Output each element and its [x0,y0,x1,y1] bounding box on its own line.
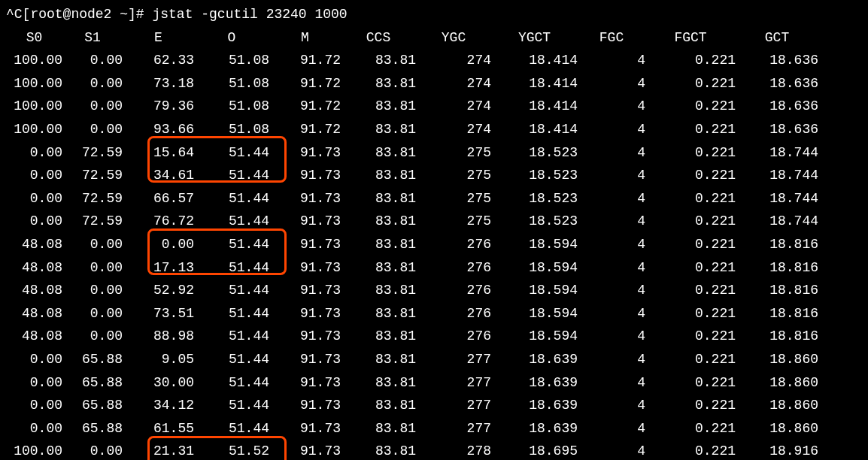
table-cell: 18.636 [736,72,818,95]
table-cell: 18.414 [491,49,578,72]
table-cell: 52.92 [123,279,194,302]
table-cell: 83.81 [341,348,416,371]
table-cell: 48.08 [6,302,62,325]
table-cell: 277 [416,348,491,371]
table-cell: 34.12 [123,394,194,417]
table-cell: 83.81 [341,141,416,165]
table-cell: 18.816 [736,279,818,302]
table-cell: 18.636 [736,118,818,141]
table-cell: 4 [578,72,645,95]
table-cell: 18.594 [491,256,578,280]
table-cell: 21.31 [123,440,194,460]
table-cell: 4 [578,348,645,371]
table-cell: 275 [416,210,491,233]
table-cell: 18.639 [491,348,578,371]
table-cell: 0.00 [6,164,62,187]
table-cell: 18.414 [491,95,578,118]
table-cell: 17.13 [123,256,194,280]
header-fgc: FGC [578,26,645,50]
table-cell: 91.73 [269,302,341,325]
table-cell: 0.00 [62,49,123,72]
table-cell: 275 [416,164,491,187]
table-cell: 0.00 [62,440,123,460]
table-cell: 0.00 [62,72,123,95]
table-cell: 0.00 [62,325,123,348]
table-row: 48.080.0088.9851.4491.7383.8127618.59440… [6,325,862,348]
table-row: 0.0065.8834.1251.4491.7383.8127718.63940… [6,394,862,417]
table-cell: 18.695 [491,440,578,460]
table-cell: 276 [416,256,491,280]
table-cell: 91.72 [269,118,341,141]
table-cell: 91.72 [269,95,341,118]
table-cell: 18.523 [491,164,578,187]
table-row: 0.0072.5934.6151.4491.7383.8127518.52340… [6,164,862,187]
table-row: 100.000.0062.3351.0891.7283.8127418.4144… [6,49,862,72]
table-cell: 0.221 [645,210,736,233]
table-cell: 0.221 [645,325,736,348]
table-cell: 100.00 [6,118,62,141]
table-cell: 4 [578,417,645,440]
table-cell: 65.88 [62,394,123,417]
table-cell: 4 [578,371,645,395]
table-cell: 4 [578,164,645,187]
table-cell: 88.98 [123,325,194,348]
table-cell: 4 [578,325,645,348]
table-cell: 18.594 [491,302,578,325]
table-row: 0.0072.5976.7251.4491.7383.8127518.52340… [6,210,862,233]
table-row: 48.080.0052.9251.4491.7383.8127618.59440… [6,279,862,302]
table-cell: 18.916 [736,440,818,460]
table-row: 0.0072.5915.6451.4491.7383.8127518.52340… [6,141,862,165]
table-cell: 18.744 [736,210,818,233]
table-cell: 65.88 [62,371,123,395]
table-cell: 91.72 [269,72,341,95]
table-cell: 51.44 [194,325,269,348]
table-cell: 0.221 [645,417,736,440]
table-cell: 18.523 [491,141,578,165]
table-cell: 0.00 [6,187,62,210]
table-cell: 51.52 [194,440,269,460]
table-cell: 275 [416,187,491,210]
table-cell: 4 [578,141,645,165]
table-cell: 4 [578,279,645,302]
table-cell: 18.816 [736,325,818,348]
table-cell: 0.221 [645,118,736,141]
table-cell: 276 [416,233,491,256]
table-row: 0.0065.8830.0051.4491.7383.8127718.63940… [6,371,862,395]
table-cell: 72.59 [62,210,123,233]
table-cell: 76.72 [123,210,194,233]
table-cell: 0.00 [62,302,123,325]
table-cell: 83.81 [341,210,416,233]
table-cell: 72.59 [62,141,123,165]
table-cell: 18.639 [491,371,578,395]
table-cell: 4 [578,440,645,460]
table-cell: 83.81 [341,440,416,460]
header-m: M [269,26,341,50]
table-row: 100.000.0079.3651.0891.7283.8127418.4144… [6,95,862,118]
table-row: 0.0065.8861.5551.4491.7383.8127718.63940… [6,417,862,440]
table-cell: 0.00 [6,348,62,371]
table-cell: 4 [578,187,645,210]
table-cell: 18.816 [736,256,818,280]
table-header-row: S0 S1 E O M CCS YGC YGCT FGC FGCT GCT [6,26,862,50]
table-cell: 83.81 [341,371,416,395]
table-cell: 93.66 [123,118,194,141]
table-cell: 0.221 [645,279,736,302]
table-cell: 0.00 [62,233,123,256]
table-cell: 277 [416,394,491,417]
table-cell: 0.221 [645,49,736,72]
table-cell: 83.81 [341,118,416,141]
table-cell: 91.73 [269,164,341,187]
table-cell: 274 [416,72,491,95]
table-cell: 51.44 [194,279,269,302]
table-cell: 100.00 [6,72,62,95]
table-cell: 0.221 [645,187,736,210]
table-cell: 51.44 [194,141,269,165]
table-cell: 0.221 [645,72,736,95]
table-cell: 18.523 [491,210,578,233]
table-cell: 18.860 [736,394,818,417]
table-row: 48.080.0073.5151.4491.7383.8127618.59440… [6,302,862,325]
table-cell: 18.594 [491,233,578,256]
table-cell: 0.221 [645,95,736,118]
table-cell: 72.59 [62,187,123,210]
table-cell: 83.81 [341,394,416,417]
